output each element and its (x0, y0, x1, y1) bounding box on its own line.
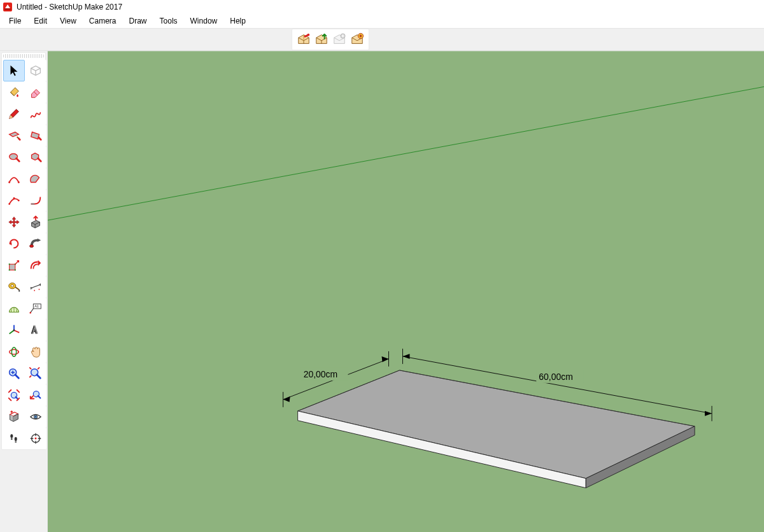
eraser-tool[interactable] (25, 81, 46, 103)
model-viewport[interactable]: 60,00cm 20,00cm (48, 51, 764, 532)
rotate-tool[interactable] (3, 233, 25, 255)
line-tool[interactable] (3, 103, 25, 125)
svg-point-33 (35, 416, 36, 417)
walk-footsteps-icon (7, 431, 21, 445)
dimension-depth-label: 20,00cm (304, 369, 338, 379)
toolbar-grip[interactable] (3, 54, 44, 58)
freehand-icon (29, 107, 43, 121)
dimension-width-label: 60,00cm (539, 372, 573, 382)
position-camera-tool[interactable] (25, 428, 46, 449)
menu-tools[interactable]: Tools (153, 15, 184, 27)
zoom-extents-icon (29, 367, 43, 381)
push-pull-tool[interactable] (25, 211, 46, 233)
3d-text-icon (29, 323, 43, 337)
extension-manager-icon (350, 32, 364, 46)
tape-measure-tool[interactable] (3, 276, 25, 298)
viewport-background (48, 51, 764, 532)
component-icon (29, 64, 43, 78)
svg-point-25 (13, 330, 15, 332)
walk-tool[interactable] (3, 428, 25, 449)
menu-help[interactable]: Help (223, 15, 252, 27)
zoom-tool[interactable] (3, 363, 25, 384)
svg-point-12 (30, 245, 34, 248)
svg-point-27 (11, 347, 16, 357)
dimension-tool[interactable] (25, 276, 46, 298)
extension-manager-button[interactable] (348, 31, 366, 48)
circle-tool[interactable] (3, 146, 25, 168)
polygon-tool[interactable] (25, 146, 46, 168)
axes-tool[interactable] (3, 319, 25, 341)
arc-tangent-tool[interactable] (25, 190, 46, 211)
svg-point-36 (15, 437, 17, 441)
menu-file[interactable]: File (3, 15, 27, 27)
svg-point-19 (11, 284, 13, 287)
pencil-icon (7, 107, 21, 121)
target-icon (29, 431, 43, 445)
pan-tool[interactable] (25, 341, 46, 363)
svg-point-26 (10, 349, 19, 354)
look-around-tool[interactable] (25, 406, 46, 428)
scale-tool[interactable] (3, 255, 25, 276)
paint-bucket-icon (7, 85, 21, 99)
rotated-rectangle-icon (29, 129, 43, 143)
extension-warehouse-icon (332, 32, 346, 46)
paint-bucket-tool[interactable] (3, 81, 25, 103)
menu-draw[interactable]: Draw (123, 15, 153, 27)
dimension-icon (29, 280, 43, 294)
3d-warehouse-share-button[interactable] (313, 31, 330, 48)
menu-window[interactable]: Window (184, 15, 224, 27)
arc-tangent-icon (29, 193, 43, 207)
svg-point-39 (35, 438, 37, 440)
rectangle-icon (7, 129, 21, 143)
arc-pie-tool[interactable] (25, 168, 46, 190)
protractor-tool[interactable] (3, 298, 25, 319)
arc-3pt-icon (7, 193, 21, 207)
circle-icon (7, 150, 21, 164)
orbit-tool[interactable] (3, 341, 25, 363)
cursor-icon (7, 64, 21, 78)
polygon-icon (29, 150, 43, 164)
svg-rect-1 (4, 8, 11, 10)
main-area: A1 (0, 51, 764, 532)
pie-arc-icon (29, 172, 43, 186)
extension-warehouse-button[interactable] (330, 31, 348, 48)
rotate-icon (7, 237, 21, 251)
text-label-icon: A1 (29, 302, 43, 316)
svg-point-20 (34, 290, 35, 291)
zoom-previous-tool[interactable] (25, 384, 46, 406)
freehand-tool[interactable] (25, 103, 46, 125)
arc-2pt-tool[interactable] (3, 168, 25, 190)
offset-icon (29, 258, 43, 272)
svg-point-11 (18, 200, 20, 202)
select-tool[interactable] (3, 60, 25, 81)
zoom-previous-icon (29, 388, 43, 402)
zoom-in-icon (7, 367, 21, 381)
menu-camera[interactable]: Camera (83, 15, 123, 27)
viewport-canvas: 60,00cm 20,00cm (48, 51, 764, 532)
svg-point-34 (10, 434, 13, 438)
title-bar: Untitled - SketchUp Make 2017 (0, 0, 764, 14)
3d-warehouse-open-button[interactable] (295, 31, 313, 48)
menu-view[interactable]: View (53, 15, 83, 27)
zoom-extents-tool[interactable] (25, 363, 46, 384)
rectangle-tool[interactable] (3, 125, 25, 146)
svg-text:A1: A1 (34, 304, 39, 308)
make-component-tool[interactable] (25, 60, 46, 81)
svg-point-8 (18, 181, 20, 183)
rotated-rectangle-tool[interactable] (25, 125, 46, 146)
zoom-selection-tool[interactable] (3, 384, 25, 406)
top-toolbar-strip (0, 28, 764, 51)
arc-icon (7, 172, 21, 186)
move-tool[interactable] (3, 211, 25, 233)
arc-3pt-tool[interactable] (3, 190, 25, 211)
top-toolbar-spacer (0, 29, 292, 50)
section-plane-tool[interactable] (3, 406, 25, 428)
3d-text-tool[interactable] (25, 319, 46, 341)
scale-icon (7, 258, 21, 272)
text-tool[interactable]: A1 (25, 298, 46, 319)
offset-tool[interactable] (25, 255, 46, 276)
svg-point-7 (8, 181, 10, 183)
follow-me-tool[interactable] (25, 233, 46, 255)
warehouse-toolbar (292, 29, 369, 50)
menu-edit[interactable]: Edit (27, 15, 53, 27)
